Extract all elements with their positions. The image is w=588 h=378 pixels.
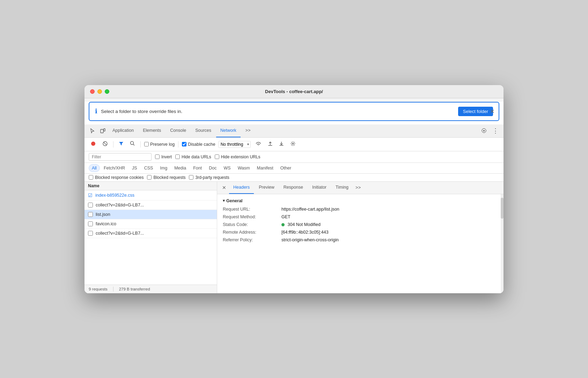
list-item-selected[interactable]: list.json bbox=[84, 210, 217, 219]
devtools-body: ℹ Select a folder to store override file… bbox=[84, 102, 504, 293]
network-conditions-button[interactable] bbox=[253, 140, 263, 149]
tab-console[interactable]: Console bbox=[166, 124, 190, 137]
close-traffic-light[interactable] bbox=[90, 89, 95, 94]
svg-line-4 bbox=[104, 142, 106, 145]
tabs-right-icons: ⋮ bbox=[479, 126, 501, 135]
resource-type-wasm[interactable]: Wasm bbox=[235, 164, 253, 172]
invert-group: Invert bbox=[155, 154, 172, 159]
list-item[interactable]: ☑ index-b859522e.css bbox=[84, 190, 217, 201]
resource-type-media[interactable]: Media bbox=[171, 164, 189, 172]
gear-icon bbox=[481, 128, 487, 134]
maximize-traffic-light[interactable] bbox=[105, 89, 109, 94]
preserve-log-group: Preserve log bbox=[144, 142, 175, 147]
item-checkbox[interactable] bbox=[88, 231, 93, 236]
tab-elements[interactable]: Elements bbox=[139, 124, 165, 137]
minimize-traffic-light[interactable] bbox=[97, 89, 102, 94]
resource-type-manifest[interactable]: Manifest bbox=[254, 164, 277, 172]
detail-value-method: GET bbox=[281, 214, 498, 219]
blocked-cookies-label: Blocked response cookies bbox=[95, 175, 144, 180]
hide-data-urls-group: Hide data URLs bbox=[175, 154, 211, 159]
detail-tab-preview[interactable]: Preview bbox=[255, 182, 278, 194]
filter-toggle-button[interactable] bbox=[117, 140, 125, 149]
detail-panel: ✕ Headers Preview Response Initiator Tim… bbox=[217, 182, 504, 293]
tab-application[interactable]: Application bbox=[108, 124, 138, 137]
resource-type-img[interactable]: Img bbox=[157, 164, 170, 172]
detail-tab-response[interactable]: Response bbox=[279, 182, 307, 194]
export-har-button[interactable] bbox=[277, 140, 286, 149]
clear-button[interactable] bbox=[101, 140, 110, 149]
detail-row-status: Status Code: 304 Not Modified bbox=[223, 222, 498, 227]
third-party-checkbox[interactable] bbox=[189, 175, 193, 180]
clear-icon bbox=[102, 141, 108, 146]
disable-cache-checkbox[interactable] bbox=[182, 142, 186, 146]
tab-more[interactable]: >> bbox=[241, 124, 255, 137]
network-settings-button[interactable] bbox=[288, 140, 297, 149]
general-section-title: General bbox=[223, 198, 498, 203]
checked-icon: ☑ bbox=[88, 192, 93, 198]
detail-label: Request URL: bbox=[223, 207, 279, 212]
filter-input[interactable] bbox=[92, 154, 148, 159]
blocked-requests-checkbox[interactable] bbox=[147, 175, 152, 180]
detail-tab-timing[interactable]: Timing bbox=[331, 182, 353, 194]
blocked-bar: Blocked response cookies Blocked request… bbox=[84, 174, 504, 182]
resource-type-fetch-xhr[interactable]: Fetch/XHR bbox=[101, 164, 128, 172]
blocked-cookies-group: Blocked response cookies bbox=[89, 175, 144, 180]
select-folder-button[interactable]: Select folder bbox=[458, 107, 493, 116]
preserve-log-checkbox[interactable] bbox=[144, 142, 149, 146]
resource-type-all[interactable]: All bbox=[89, 164, 100, 172]
tab-network[interactable]: Network bbox=[216, 124, 241, 137]
wifi-icon bbox=[255, 141, 262, 146]
scrollbar-track[interactable] bbox=[501, 194, 504, 293]
detail-tab-initiator[interactable]: Initiator bbox=[308, 182, 331, 194]
hide-extension-urls-checkbox[interactable] bbox=[215, 154, 219, 159]
item-name: index-b859522e.css bbox=[95, 193, 213, 198]
hide-extension-urls-label: Hide extension URLs bbox=[221, 154, 260, 159]
item-checkbox[interactable] bbox=[88, 212, 93, 217]
hide-data-urls-checkbox[interactable] bbox=[175, 154, 180, 159]
scrollbar-thumb[interactable] bbox=[501, 198, 504, 219]
item-name: collect?v=2&tid=G-LB7... bbox=[96, 231, 213, 236]
cursor-icon-button[interactable] bbox=[87, 127, 97, 135]
banner-close-button[interactable]: ✕ bbox=[490, 108, 494, 115]
detail-tab-more[interactable]: >> bbox=[353, 182, 363, 194]
resource-type-font[interactable]: Font bbox=[190, 164, 205, 172]
list-item[interactable]: favicon.ico bbox=[84, 219, 217, 229]
disable-cache-label: Disable cache bbox=[188, 142, 215, 147]
svg-point-7 bbox=[292, 143, 294, 144]
throttling-select[interactable]: No throttling Slow 3G Fast 3G Offline bbox=[218, 141, 251, 148]
device-icon-button[interactable] bbox=[98, 127, 108, 135]
third-party-label: 3rd-party requests bbox=[195, 175, 229, 180]
detail-tab-headers[interactable]: Headers bbox=[229, 182, 254, 194]
resource-type-doc[interactable]: Doc bbox=[206, 164, 220, 172]
device-icon bbox=[100, 128, 105, 134]
filter-icon bbox=[119, 141, 124, 146]
resource-type-css[interactable]: CSS bbox=[141, 164, 156, 172]
resource-type-js[interactable]: JS bbox=[129, 164, 140, 172]
item-checkbox[interactable] bbox=[88, 221, 93, 226]
download-icon bbox=[279, 141, 284, 146]
resource-type-ws[interactable]: WS bbox=[220, 164, 234, 172]
search-button[interactable] bbox=[128, 140, 137, 149]
request-list-header: Name bbox=[84, 182, 217, 190]
requests-count: 9 requests bbox=[89, 287, 108, 291]
more-dots-icon: ⋮ bbox=[492, 128, 499, 134]
transferred-size: 279 B transferred bbox=[119, 287, 150, 291]
more-icon-button[interactable]: ⋮ bbox=[490, 126, 501, 135]
blocked-requests-label: Blocked requests bbox=[153, 175, 185, 180]
blocked-cookies-checkbox[interactable] bbox=[89, 175, 93, 180]
detail-tabs: ✕ Headers Preview Response Initiator Tim… bbox=[217, 182, 504, 194]
import-har-button[interactable] bbox=[266, 140, 274, 149]
record-icon bbox=[90, 141, 96, 146]
list-item[interactable]: collect?v=2&tid=G-LB7... bbox=[84, 229, 217, 238]
list-item[interactable]: collect?v=2&tid=G-LB7... bbox=[84, 201, 217, 210]
status-dot bbox=[281, 223, 285, 226]
tab-sources[interactable]: Sources bbox=[191, 124, 215, 137]
settings-icon-button[interactable] bbox=[479, 127, 489, 135]
detail-label: Referrer Policy: bbox=[223, 237, 279, 242]
invert-checkbox[interactable] bbox=[155, 154, 160, 159]
record-button[interactable] bbox=[89, 140, 98, 149]
window-title: DevTools - coffee-cart.app/ bbox=[265, 89, 323, 94]
item-checkbox[interactable] bbox=[88, 203, 93, 207]
detail-close-button[interactable]: ✕ bbox=[220, 184, 228, 191]
resource-type-other[interactable]: Other bbox=[277, 164, 294, 172]
